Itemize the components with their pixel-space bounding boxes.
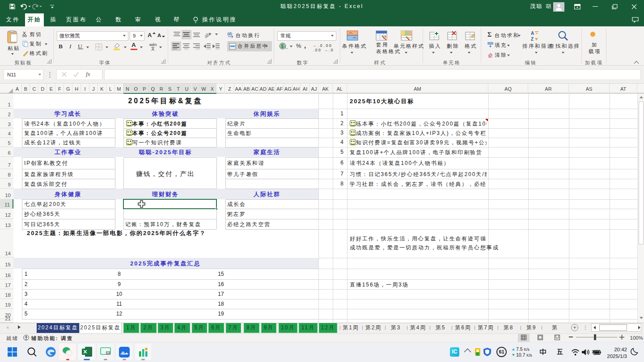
svg-text:A: A xyxy=(531,31,534,36)
svg-text:Z: Z xyxy=(531,37,534,42)
svg-text:文: 文 xyxy=(151,46,155,51)
svg-text:$: $ xyxy=(281,44,284,49)
